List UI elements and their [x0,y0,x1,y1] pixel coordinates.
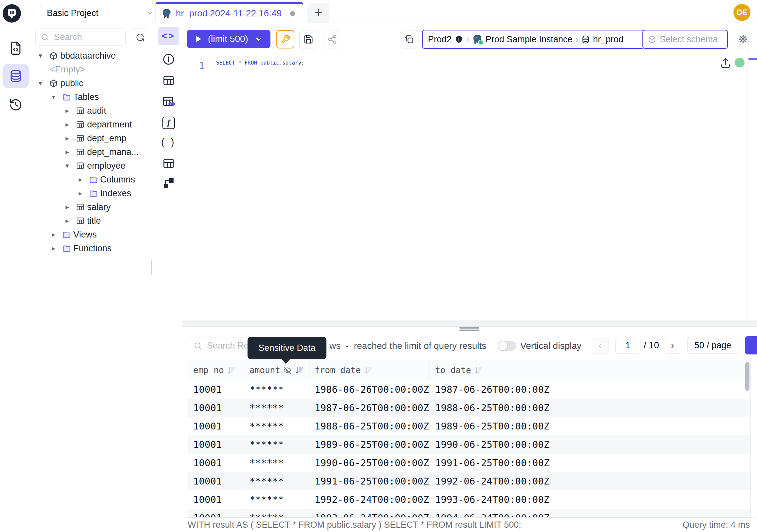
table-row[interactable]: 10001******1986-06-26T00:00:00Z1987-06-2… [188,380,750,399]
tree-item-tables[interactable]: ▾Tables [31,90,152,104]
column-header-to_date[interactable]: to_date [430,360,552,380]
cell: ****** [244,472,309,490]
table-row[interactable]: 10001******1987-06-26T00:00:00Z1988-06-2… [188,399,750,417]
tree-item-public[interactable]: ▾public [31,76,152,90]
rail-external-tables-button[interactable] [158,154,179,172]
rail-info-button[interactable] [158,50,179,69]
tree-item-indexes[interactable]: ▸Indexes [31,186,152,200]
panel-drag-handle[interactable] [459,327,479,329]
tab-active-worksheet[interactable]: hr_prod 2024-11-22 16:49 [155,2,303,23]
caret-down-icon[interactable]: ▾ [66,162,76,170]
nav-worksheet-button[interactable] [3,36,29,60]
sort-icon[interactable] [474,365,483,375]
tree-item-salary[interactable]: ▸salary [31,200,152,214]
tree-item-views[interactable]: ▸Views [31,228,152,241]
tree-item-department[interactable]: ▸department [31,118,152,131]
page-size-select[interactable]: 50 / page [687,337,738,354]
schema-select[interactable]: Select schema [642,30,728,49]
vertical-display-toggle[interactable] [498,341,516,351]
panel-drag-handle[interactable] [459,329,479,331]
format-sql-button[interactable] [276,30,294,48]
cell: 10001 [188,490,244,509]
caret-down-icon[interactable]: ▾ [52,93,62,101]
save-button[interactable] [299,30,317,48]
unsaved-dot-icon [290,11,295,16]
rail-code-button[interactable]: <> [158,27,179,45]
column-header-from_date[interactable]: from_date [309,360,430,380]
cell: 10001 [188,399,244,417]
editor-scrollbar[interactable] [747,50,757,320]
caret-right-icon[interactable]: ▸ [52,244,62,252]
export-button[interactable] [745,336,757,355]
table-row[interactable]: 10001******1990-06-25T00:00:00Z1991-06-2… [188,454,750,472]
rail-masked-data-button[interactable] [158,92,179,111]
share-button[interactable] [323,30,341,48]
caret-right-icon[interactable]: ▸ [66,148,76,156]
caret-right-icon[interactable]: ▸ [66,121,76,128]
nav-history-button[interactable] [3,93,29,117]
table-icon [76,148,87,156]
sort-icon[interactable] [227,365,236,375]
caret-down-icon[interactable]: ▾ [39,79,49,87]
table-scrollbar-thumb[interactable] [745,362,749,391]
table-row[interactable]: 10001******1991-06-25T00:00:00Z1992-06-2… [188,472,750,490]
run-query-button[interactable]: (limit 500) [187,30,270,48]
tree-item-bbdataarchive[interactable]: ▾bbdataarchive [31,49,152,63]
tree-item-dept-emp[interactable]: ▸dept_emp [31,131,152,145]
user-avatar[interactable]: DE [733,4,750,21]
caret-right-icon[interactable]: ▸ [66,217,76,225]
masked-table-icon [162,95,175,108]
prev-page-button[interactable]: ‹ [591,337,609,354]
caret-down-icon[interactable]: ▾ [39,52,49,60]
page-number-input[interactable]: 1 [615,337,640,354]
project-select[interactable]: Basic Project [40,5,161,21]
bytebase-logo-icon[interactable] [3,4,21,23]
table-row[interactable]: 10001******1989-06-25T00:00:00Z1990-06-2… [188,435,750,454]
batch-query-button[interactable] [400,30,418,48]
sql-code-line: SELECT * FROM public.salary; [216,60,305,66]
connection-breadcrumb[interactable]: Prod2 › Prod Sample Instance › hr_prod [422,30,644,49]
editor-hscroll-track[interactable] [182,320,757,326]
ai-assistant-button[interactable]: ❋ [734,30,752,48]
column-header-emp_no[interactable]: emp_no [188,360,244,380]
status-bar: WITH result AS ( SELECT * FROM public.sa… [182,517,757,532]
chevron-down-icon[interactable] [254,34,263,44]
folder-icon [89,175,100,184]
sort-icon[interactable] [363,365,373,375]
table-row[interactable]: 10001******1988-06-25T00:00:00Z1989-06-2… [188,417,750,435]
rail-schema-diagram-button[interactable] [158,174,179,192]
rail-functions-button[interactable]: f [158,114,179,132]
tree-item-title[interactable]: ▸title [31,214,152,228]
rail-procedures-button[interactable]: ( ) [158,133,179,151]
tree-item-dept-mana[interactable]: ▸dept_mana... [31,145,152,159]
caret-right-icon[interactable]: ▸ [78,175,89,183]
shield-alert-icon [454,35,463,44]
caret-right-icon[interactable]: ▸ [66,203,76,211]
caret-right-icon[interactable]: ▸ [66,107,76,115]
tree-item-label: public [60,78,83,88]
refresh-button[interactable] [132,28,148,46]
tree-item-label: dept_emp [87,133,126,143]
left-nav-rail [0,0,32,532]
caret-right-icon[interactable]: ▸ [66,134,76,142]
next-page-button[interactable]: › [664,337,681,354]
new-tab-button[interactable]: + [308,3,329,23]
sql-token-keyword: SELECT [216,60,235,66]
upload-button[interactable] [719,56,732,70]
sql-editor-area[interactable]: 1 SELECT * FROM public.salary; [182,50,757,320]
tree-item-audit[interactable]: ▸audit [31,104,152,118]
tree-item-columns[interactable]: ▸Columns [31,172,152,186]
table-row[interactable]: 10001******1992-06-24T00:00:00Z1993-06-2… [188,490,750,509]
rail-tables-button[interactable] [158,72,179,90]
table-row[interactable]: 10001******1993-06-24T00:00:00Z1994-06-2… [188,509,750,517]
tree-item-employee[interactable]: ▾employee [31,159,152,172]
tree-item-label: <Empty> [50,65,85,75]
cell: 10001 [188,454,244,472]
openai-icon: ❋ [739,34,747,45]
nav-database-button[interactable] [3,64,29,88]
sort-icon[interactable] [294,365,304,375]
tree-item-functions[interactable]: ▸Functions [31,241,152,255]
caret-right-icon[interactable]: ▸ [78,189,89,197]
column-header-amount[interactable]: amount [244,360,309,380]
caret-right-icon[interactable]: ▸ [52,231,62,238]
